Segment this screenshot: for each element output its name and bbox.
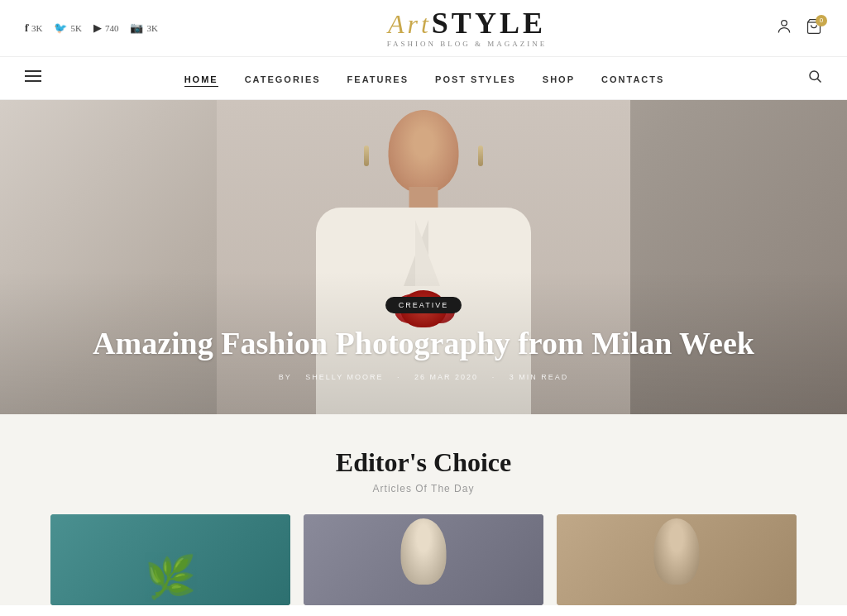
hero-separator-1: · [397,373,404,381]
youtube-icon: ▶ [93,21,102,35]
instagram-link[interactable]: 📷 3K [130,21,157,35]
nav-item-shop[interactable]: SHOP [543,74,575,84]
facebook-count: 3K [31,23,42,33]
nav-item-post-styles[interactable]: POST STYLES [435,74,516,84]
top-right-icons: 0 [776,18,822,39]
logo-style: STYLE [432,7,546,40]
editors-choice-section: Editor's Choice Articles Of The Day 🌿 [0,414,847,605]
hero-section: CREATIVE Amazing Fashion Photography fro… [0,100,847,414]
svg-point-0 [782,20,787,26]
instagram-count: 3K [146,23,157,33]
main-nav: HOME CATEGORIES FEATURES POST STYLES SHO… [0,57,847,100]
hero-author: SHELLY MOORE [305,373,383,381]
cart-icon-button[interactable]: 0 [806,18,822,39]
hero-tag[interactable]: CREATIVE [385,297,462,313]
hero-date: 26 MAR 2020 [414,373,478,381]
hero-read-time: 3 MIN READ [510,373,569,381]
svg-point-5 [810,71,819,80]
facebook-icon: 𝐟 [25,21,28,35]
nav-item-contacts[interactable]: CONTACTS [601,74,664,84]
hero-overlay: CREATIVE Amazing Fashion Photography fro… [0,271,847,414]
editors-choice-title: Editor's Choice [25,447,822,478]
nav-item-categories[interactable]: CATEGORIES [245,74,321,84]
hero-separator-2: · [492,373,500,381]
nav-item-home[interactable]: HOME [184,74,218,87]
user-icon-button[interactable] [776,18,792,39]
facebook-link[interactable]: 𝐟 3K [25,21,42,35]
hero-meta: BY SHELLY MOORE · 26 MAR 2020 · 3 MIN RE… [33,373,814,381]
youtube-count: 740 [105,23,119,33]
article-card-2[interactable] [304,514,543,605]
search-button[interactable] [807,69,822,88]
article-card-3[interactable] [557,514,797,605]
svg-line-6 [817,79,821,82]
logo[interactable]: ArtSTYLE Fashion Blog & Magazine [158,8,776,48]
twitter-link[interactable]: 🐦 5K [54,21,81,35]
nav-item-features[interactable]: FEATURES [347,74,409,84]
editors-choice-subtitle: Articles Of The Day [25,483,822,494]
logo-art: Art [388,9,432,39]
hamburger-button[interactable] [25,69,41,87]
social-links: 𝐟 3K 🐦 5K ▶ 740 📷 3K [25,21,158,35]
twitter-count: 5K [70,23,81,33]
logo-title: ArtSTYLE [158,8,776,38]
logo-tagline: Fashion Blog & Magazine [158,40,776,48]
hero-title: Amazing Fashion Photography from Milan W… [33,325,814,363]
article-cards-row: 🌿 [25,514,822,605]
article-card-1[interactable]: 🌿 [50,514,290,605]
top-bar: 𝐟 3K 🐦 5K ▶ 740 📷 3K ArtSTYLE Fashion Bl… [0,0,847,57]
cart-badge: 0 [816,15,827,26]
nav-links: HOME CATEGORIES FEATURES POST STYLES SHO… [184,71,665,86]
youtube-link[interactable]: ▶ 740 [93,21,119,35]
twitter-icon: 🐦 [54,21,67,35]
instagram-icon: 📷 [130,21,143,35]
hero-author-prefix: BY [279,373,292,381]
